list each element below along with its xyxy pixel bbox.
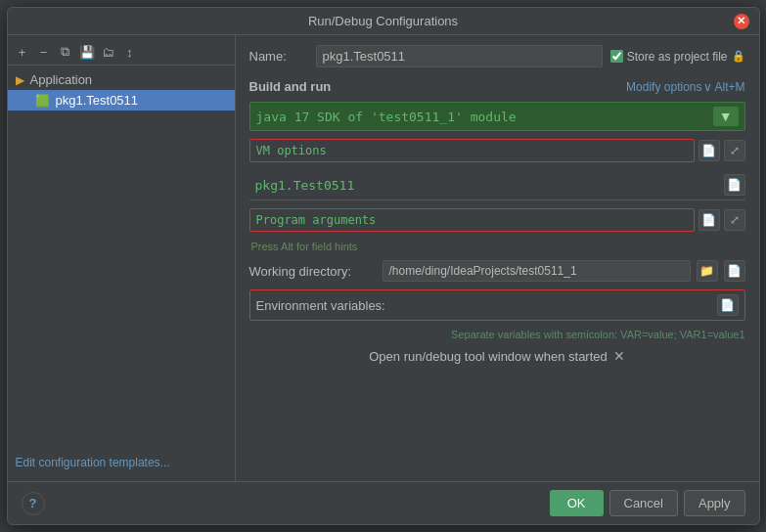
dropdown-arrow-icon: ∨ xyxy=(703,80,712,94)
env-var-label: Environment variables: xyxy=(256,298,717,313)
run-debug-dialog: Run/Debug Configurations ✕ + − ⧉ 💾 🗂 ↕ ▶… xyxy=(7,7,760,525)
cancel-button[interactable]: Cancel xyxy=(609,490,678,516)
store-checkbox[interactable] xyxy=(610,50,623,63)
env-var-file-button[interactable]: 📄 xyxy=(717,294,739,316)
env-hint: Separate variables with semicolon: VAR=v… xyxy=(249,329,745,340)
prog-expand-icon-button[interactable]: ⤢ xyxy=(724,209,745,231)
sidebar-item-application[interactable]: ▶ Application xyxy=(8,69,235,90)
close-icon: ✕ xyxy=(737,15,745,27)
working-directory-row: Working directory: /home/ding/IdeaProjec… xyxy=(249,260,745,282)
save-config-button[interactable]: 💾 xyxy=(78,43,96,61)
modify-options-button[interactable]: Modify options ∨ Alt+M xyxy=(626,80,744,94)
copy-config-button[interactable]: ⧉ xyxy=(57,43,74,61)
name-label: Name: xyxy=(249,49,308,64)
open-run-row: Open run/debug tool window when started … xyxy=(249,348,745,364)
modify-options-label: Modify options xyxy=(626,80,701,94)
working-dir-label: Working directory: xyxy=(249,264,377,279)
program-arguments-row: Program arguments 📄 ⤢ xyxy=(249,208,745,232)
bottom-bar: ? OK Cancel Apply xyxy=(8,481,759,524)
sidebar-config-label: pkg1.Test0511 xyxy=(56,93,139,108)
close-button[interactable]: ✕ xyxy=(734,14,749,29)
vm-options-row: VM options 📄 ⤢ xyxy=(249,139,745,162)
dialog-content: + − ⧉ 💾 🗂 ↕ ▶ Application 🟩 pkg1.Test051… xyxy=(8,35,759,481)
vm-options-field[interactable]: VM options xyxy=(249,139,695,162)
open-run-label: Open run/debug tool window when started xyxy=(369,349,608,364)
sidebar: + − ⧉ 💾 🗂 ↕ ▶ Application 🟩 pkg1.Test051… xyxy=(8,35,236,481)
lock-icon: 🔒 xyxy=(732,50,745,63)
store-checkbox-row: Store as project file 🔒 xyxy=(610,50,745,64)
sort-config-button[interactable]: ↕ xyxy=(121,43,139,61)
main-class-input[interactable] xyxy=(249,176,724,195)
name-row: Name: Store as project file 🔒 xyxy=(249,45,745,67)
store-label: Store as project file xyxy=(627,50,728,64)
main-class-file-icon-button[interactable]: 📄 xyxy=(724,174,745,196)
vm-file-icon-button[interactable]: 📄 xyxy=(698,140,720,161)
working-dir-file-button[interactable]: 📄 xyxy=(724,260,745,282)
build-run-title: Build and run xyxy=(249,79,332,94)
working-dir-value: /home/ding/IdeaProjects/test0511_1 xyxy=(383,260,691,282)
open-run-close-button[interactable]: ✕ xyxy=(613,348,625,364)
help-icon: ? xyxy=(29,496,37,510)
title-bar: Run/Debug Configurations ✕ xyxy=(8,8,759,35)
prog-file-icon-button[interactable]: 📄 xyxy=(698,209,720,231)
vm-options-label: VM options xyxy=(256,144,327,157)
config-icon: 🟩 xyxy=(35,94,50,108)
sidebar-application-label: Application xyxy=(30,72,93,87)
env-variables-row: Environment variables: 📄 xyxy=(249,289,745,321)
program-arguments-field[interactable]: Program arguments xyxy=(249,208,695,232)
edit-templates-link[interactable]: Edit configuration templates... xyxy=(8,448,235,477)
vm-expand-icon-button[interactable]: ⤢ xyxy=(724,140,745,161)
field-hint: Press Alt for field hints xyxy=(251,241,745,252)
action-buttons: OK Cancel Apply xyxy=(550,490,745,516)
sdk-dropdown-button[interactable]: ▼ xyxy=(713,107,739,126)
remove-config-button[interactable]: − xyxy=(35,43,53,61)
build-run-header: Build and run Modify options ∨ Alt+M xyxy=(249,79,745,94)
working-dir-folder-button[interactable]: 📁 xyxy=(697,260,718,282)
help-button[interactable]: ? xyxy=(22,492,45,515)
main-panel: Name: Store as project file 🔒 Build and … xyxy=(236,35,759,481)
modify-shortcut: Alt+M xyxy=(714,80,744,94)
name-input[interactable] xyxy=(316,45,603,67)
ok-button[interactable]: OK xyxy=(550,490,604,516)
sdk-text: java 17 SDK of 'test0511_1' module xyxy=(256,110,709,124)
dialog-title: Run/Debug Configurations xyxy=(308,14,458,28)
sdk-row: java 17 SDK of 'test0511_1' module ▼ xyxy=(249,102,745,131)
apply-button[interactable]: Apply xyxy=(684,490,745,516)
main-class-row: 📄 xyxy=(249,170,745,200)
sidebar-toolbar: + − ⧉ 💾 🗂 ↕ xyxy=(8,39,235,66)
folder-icon: ▶ xyxy=(16,73,24,87)
add-config-button[interactable]: + xyxy=(14,43,31,61)
program-arguments-label: Program arguments xyxy=(256,213,377,227)
share-config-button[interactable]: 🗂 xyxy=(100,43,117,61)
sidebar-item-config[interactable]: 🟩 pkg1.Test0511 xyxy=(8,90,235,111)
